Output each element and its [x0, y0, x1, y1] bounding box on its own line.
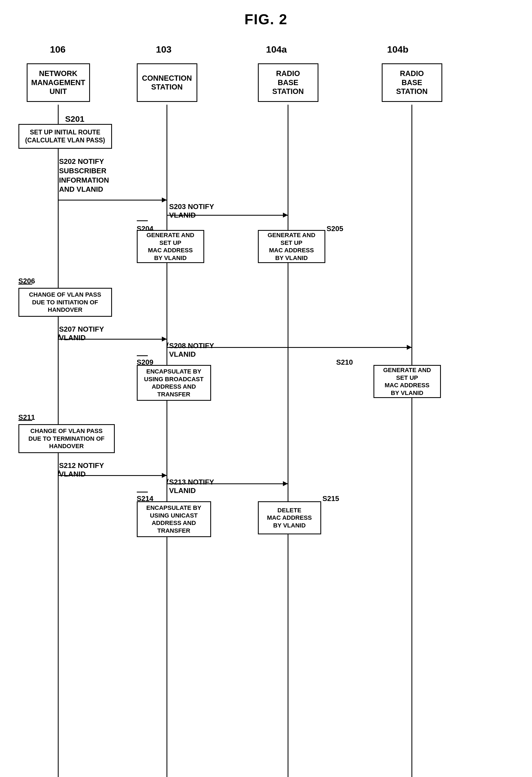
entity-box-103: CONNECTIONSTATION [137, 63, 197, 102]
step-box-s205: GENERATE ANDSET UPMAC ADDRESSBY VLANID [258, 230, 325, 263]
arrow-s213 [167, 483, 288, 484]
diagram-area: 106 103 104a 104b NETWORKMANAGEMENTUNIT … [18, 44, 514, 777]
entity-num-104b: 104b [387, 44, 409, 55]
step-box-s214: ENCAPSULATE BYUSING UNICASTADDRESS ANDTR… [137, 501, 211, 537]
step-box-s201: SET UP INITIAL ROUTE(CALCULATE VLAN PASS… [18, 124, 112, 149]
step-box-s204: GENERATE ANDSET UPMAC ADDRESSBY VLANID [137, 230, 204, 263]
step-box-s211: CHANGE OF VLAN PASSDUE TO TERMINATION OF… [18, 424, 115, 453]
step-box-s209: ENCAPSULATE BYUSING BROADCASTADDRESS AND… [137, 365, 211, 401]
step-box-s210: GENERATE ANDSET UPMAC ADDRESSBY VLANID [374, 365, 441, 398]
entity-box-104a: RADIOBASESTATION [258, 63, 318, 102]
lifeline-104a [288, 105, 288, 777]
step-label-s202: S202 NOTIFYSUBSCRIBERINFORMATIONAND VLAN… [59, 157, 109, 194]
step-label-s203: S203 NOTIFYVLANID [169, 203, 214, 220]
lifeline-103 [166, 105, 167, 777]
arrow-s207 [58, 339, 166, 340]
step-label-s215: S215 [322, 494, 339, 503]
tick-s214 [137, 492, 148, 492]
lifeline-104b [411, 105, 412, 777]
tick-s211 [18, 420, 32, 421]
arrow-s212 [58, 475, 166, 476]
step-label-s210: S210 [336, 358, 353, 367]
arrow-s203 [167, 215, 288, 216]
entity-num-106: 106 [50, 44, 66, 55]
entity-box-106: NETWORKMANAGEMENTUNIT [27, 63, 90, 102]
entity-box-104b: RADIOBASESTATION [382, 63, 442, 102]
step-label-s205: S205 [327, 224, 344, 233]
step-label-s213: S213 NOTIFYVLANID [169, 478, 214, 495]
fig-title: FIG. 2 [11, 11, 521, 27]
step-label-s208: S208 NOTIFYVLANID [169, 342, 214, 359]
step-box-s206: CHANGE OF VLAN PASSDUE TO INITIATION OFH… [18, 288, 112, 317]
tick-s206 [18, 284, 32, 285]
step-box-s215: DELETEMAC ADDRESSBY VLANID [258, 501, 321, 534]
step-label-s201: S201 [65, 114, 85, 124]
diagram-container: FIG. 2 106 103 104a 104b NETWORKMANAGEME… [0, 0, 532, 777]
entity-num-103: 103 [156, 44, 172, 55]
tick-s209 [137, 355, 148, 356]
arrow-s208 [167, 347, 411, 348]
tick-s204 [137, 220, 148, 221]
arrow-s202 [58, 200, 166, 201]
entity-num-104a: 104a [266, 44, 287, 55]
